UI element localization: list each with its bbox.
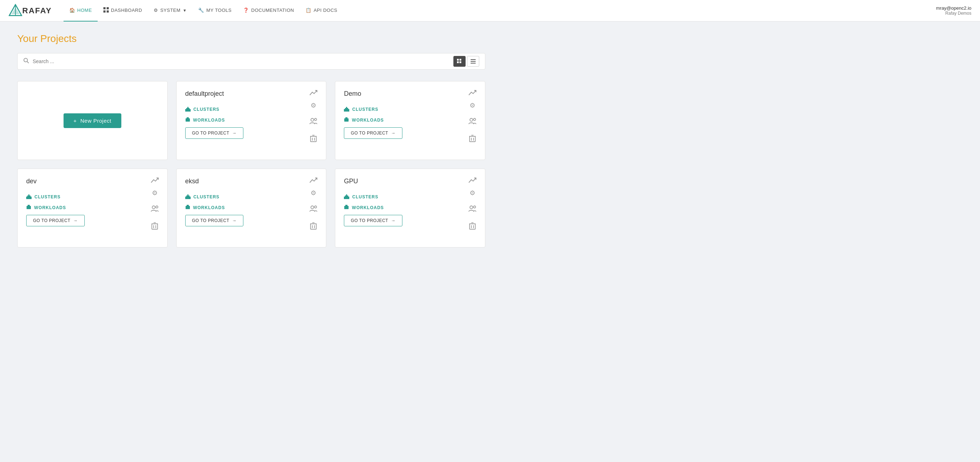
users-icon[interactable] xyxy=(309,206,317,214)
workloads-link-gpu[interactable]: WORKLOADS xyxy=(344,205,476,211)
svg-point-45 xyxy=(156,206,158,208)
home-icon: 🏠 xyxy=(69,8,75,13)
trending-up-icon[interactable] xyxy=(151,178,159,185)
workloads-link-eksd[interactable]: WORKLOADS xyxy=(185,205,318,211)
svg-rect-5 xyxy=(103,10,105,13)
nav-label-home: HOME xyxy=(77,8,92,13)
delete-icon[interactable] xyxy=(151,222,158,231)
svg-rect-84 xyxy=(344,206,348,209)
svg-rect-37 xyxy=(344,109,345,111)
clusters-label: CLUSTERS xyxy=(352,107,379,112)
nav-label-mytools: MY TOOLS xyxy=(207,8,232,13)
nav-label-system: SYSTEM xyxy=(160,8,180,13)
svg-rect-79 xyxy=(344,197,345,199)
users-icon[interactable] xyxy=(309,118,317,126)
delete-icon[interactable] xyxy=(310,135,317,144)
trending-up-icon[interactable] xyxy=(468,178,476,185)
plus-icon: + xyxy=(73,117,77,124)
settings-icon[interactable]: ⚙ xyxy=(469,189,475,197)
users-icon[interactable] xyxy=(468,118,476,126)
trending-up-icon[interactable] xyxy=(309,178,317,185)
svg-rect-83 xyxy=(348,197,349,199)
settings-icon[interactable]: ⚙ xyxy=(310,189,316,197)
dashboard-icon xyxy=(103,7,109,14)
svg-rect-42 xyxy=(344,118,348,122)
workloads-label: WORKLOADS xyxy=(352,205,384,210)
workloads-link-dev[interactable]: WORKLOADS xyxy=(26,205,159,211)
clusters-link-gpu[interactable]: CLUSTERS xyxy=(344,194,476,200)
list-view-button[interactable] xyxy=(467,56,479,67)
nav-item-system[interactable]: ⚙ SYSTEM ▼ xyxy=(148,0,192,22)
logo-text: RAFAY xyxy=(22,6,52,16)
svg-rect-32 xyxy=(469,136,475,142)
project-name-demo: Demo xyxy=(344,90,361,98)
search-input[interactable] xyxy=(33,54,448,69)
grid-view-button[interactable] xyxy=(453,56,466,67)
search-bar-container xyxy=(17,53,485,70)
clusters-link-defaultproject[interactable]: CLUSTERS xyxy=(185,106,318,113)
svg-rect-43 xyxy=(345,117,347,119)
svg-rect-29 xyxy=(187,117,189,119)
workloads-label: WORKLOADS xyxy=(193,205,225,210)
settings-icon[interactable]: ⚙ xyxy=(152,189,158,197)
delete-icon[interactable] xyxy=(469,135,476,144)
go-to-project-label: GO TO PROJECT xyxy=(351,130,388,136)
settings-icon[interactable]: ⚙ xyxy=(310,102,316,110)
workloads-link-defaultproject[interactable]: WORKLOADS xyxy=(185,117,318,123)
go-to-project-button-gpu[interactable]: GO TO PROJECT → xyxy=(344,215,402,226)
new-project-button[interactable]: + New Project xyxy=(64,113,122,128)
workloads-link-demo[interactable]: WORKLOADS xyxy=(344,117,476,123)
svg-rect-53 xyxy=(29,194,29,199)
svg-rect-51 xyxy=(26,197,27,199)
svg-rect-71 xyxy=(187,205,189,206)
workloads-label: WORKLOADS xyxy=(352,117,384,123)
trending-up-icon[interactable] xyxy=(309,90,317,98)
svg-rect-41 xyxy=(348,109,349,111)
nav-item-mytools[interactable]: 🔧 MY TOOLS xyxy=(192,0,237,22)
svg-rect-40 xyxy=(347,108,348,111)
delete-icon[interactable] xyxy=(310,222,317,231)
project-card-links: CLUSTERS WORKLOADS GO TO PROJECT → xyxy=(26,194,159,226)
clusters-link-demo[interactable]: CLUSTERS xyxy=(344,106,476,113)
nav-item-dashboard[interactable]: DASHBOARD xyxy=(98,0,148,22)
go-to-project-button-eksd[interactable]: GO TO PROJECT → xyxy=(185,215,244,226)
new-project-card: + New Project xyxy=(17,81,168,160)
svg-point-44 xyxy=(152,206,155,209)
svg-rect-11 xyxy=(457,61,459,63)
arrow-right-icon: → xyxy=(232,218,237,223)
search-bar-inner xyxy=(23,54,448,69)
workloads-label: WORKLOADS xyxy=(34,205,66,210)
go-to-project-label: GO TO PROJECT xyxy=(192,218,229,223)
clusters-link-dev[interactable]: CLUSTERS xyxy=(26,194,159,200)
main-content: Your Projects xyxy=(0,22,503,259)
clusters-link-eksd[interactable]: CLUSTERS xyxy=(185,194,318,200)
nav-item-apidocs[interactable]: 📋 API DOCS xyxy=(300,0,343,22)
project-card-header: defaultproject xyxy=(185,90,318,98)
svg-point-73 xyxy=(474,206,476,208)
svg-rect-80 xyxy=(345,195,346,199)
users-icon[interactable] xyxy=(468,206,476,214)
svg-rect-74 xyxy=(469,224,475,229)
nav-item-home[interactable]: 🏠 HOME xyxy=(64,0,98,22)
trending-up-icon[interactable] xyxy=(468,90,476,98)
clusters-icon xyxy=(185,194,191,200)
go-to-project-button-demo[interactable]: GO TO PROJECT → xyxy=(344,127,402,139)
delete-icon[interactable] xyxy=(469,222,476,231)
workloads-label: WORKLOADS xyxy=(193,117,225,123)
arrow-right-icon: → xyxy=(391,130,396,136)
user-org: Rafay Demos xyxy=(945,11,971,16)
project-card-gpu: GPU ⚙ xyxy=(335,168,485,248)
svg-point-17 xyxy=(315,118,317,121)
users-icon[interactable] xyxy=(151,206,159,214)
nav-item-documentation[interactable]: ❓ DOCUMENTATION xyxy=(237,0,300,22)
settings-icon[interactable]: ⚙ xyxy=(469,102,475,110)
go-to-project-button-defaultproject[interactable]: GO TO PROJECT → xyxy=(185,127,244,139)
svg-rect-27 xyxy=(189,109,191,111)
clusters-icon xyxy=(185,106,191,113)
user-menu[interactable]: mray@openc2.io Rafay Demos xyxy=(936,5,971,16)
go-to-project-button-dev[interactable]: GO TO PROJECT → xyxy=(26,215,85,226)
svg-rect-12 xyxy=(460,61,461,63)
svg-rect-14 xyxy=(471,61,476,62)
logo[interactable]: RAFAY xyxy=(9,4,52,17)
svg-rect-54 xyxy=(29,195,30,199)
